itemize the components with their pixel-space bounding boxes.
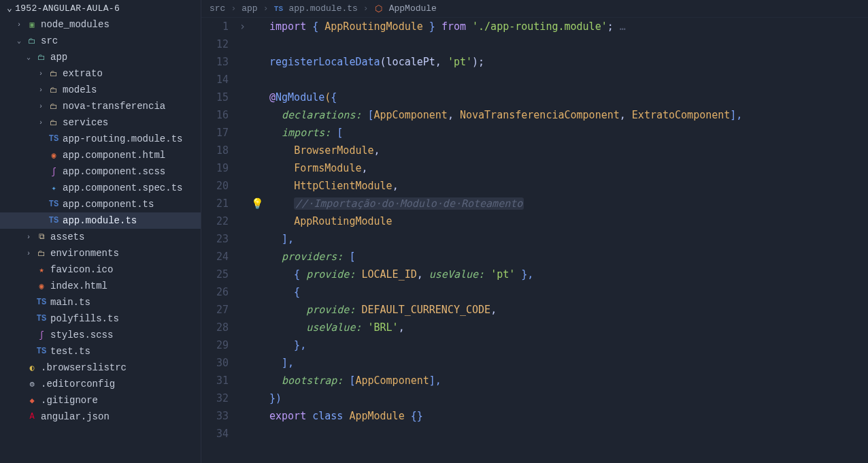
file-tree: ›▣node_modules ⌄🗀src ⌄🗀app ›🗀extrato ›🗀m… [0,16,201,463]
breadcrumb-segment[interactable]: src [210,3,225,14]
chevron-right-icon: › [231,3,236,14]
chevron-right-icon: › [37,70,45,78]
tree-file-app-component-html[interactable]: ◉app.component.html [0,147,201,163]
folder-icon: 🗀 [48,101,60,112]
line-number: 27 [201,301,229,319]
line-number: 13 [201,53,229,71]
tree-label: nova-transferencia [63,101,165,112]
tree-file-polyfills-ts[interactable]: TSpolyfills.ts [0,310,201,327]
line-number: 21 [201,195,229,212]
line-number: 14 [201,71,229,89]
tree-file-app-component-ts[interactable]: TSapp.component.ts [0,196,201,212]
tree-file-gitignore[interactable]: ◆.gitignore [0,392,201,409]
tree-folder-node-modules[interactable]: ›▣node_modules [0,16,201,33]
scss-icon: ʃ [48,167,60,177]
tree-label: extrato [63,68,103,79]
tree-label: angular.json [41,411,110,422]
tree-file-browserslistrc[interactable]: ◐.browserslistrc [0,360,201,376]
breadcrumb-segment[interactable]: app.module.ts [288,3,357,14]
ts-icon: TS [35,298,48,307]
tree-label: app [50,52,67,63]
tree-folder-src[interactable]: ⌄🗀src [0,33,201,49]
line-number: 22 [201,212,229,230]
gear-icon: ⚙ [26,379,38,389]
breadcrumb-segment[interactable]: AppModule [389,3,437,14]
tree-file-app-component-scss[interactable]: ʃapp.component.scss [0,163,201,180]
line-number: 34 [201,425,229,443]
chevron-down-icon: ⌄ [15,37,23,45]
line-number: 23 [201,230,229,248]
chevron-down-icon: ⌄ [24,53,33,61]
tree-folder-nova-transferencia[interactable]: ›🗀nova-transferencia [0,98,201,114]
tree-folder-app[interactable]: ⌄🗀app [0,49,201,65]
ts-icon: TS [35,314,48,323]
test-icon: ✦ [48,183,60,193]
line-number: 1 [201,18,229,35]
breadcrumb[interactable]: src › app › TS app.module.ts › ⬡ AppModu… [201,0,868,18]
tree-file-app-module-ts[interactable]: TSapp.module.ts [0,212,201,229]
tree-file-test-ts[interactable]: TStest.ts [0,343,201,360]
module-icon: ⬡ [374,3,384,14]
tree-label: test.ts [50,346,90,357]
line-number: 20 [201,177,229,195]
tree-folder-extrato[interactable]: ›🗀extrato [0,65,201,82]
ts-icon: TS [273,5,283,13]
folder-open-icon: 🗀 [35,52,48,63]
line-number: 31 [201,372,229,389]
folder-icon: 🗀 [35,249,48,259]
chevron-down-icon[interactable]: ⌄ [7,3,12,14]
folder-icon: ⧉ [35,232,48,242]
tree-label: .editorconfig [41,379,115,389]
tree-label: app.component.scss [63,166,165,177]
tree-folder-environments[interactable]: ›🗀environments [0,245,201,261]
fold-gutter[interactable]: › [239,18,250,463]
line-number: 16 [201,106,229,124]
project-name: 1952-ANGULAR-AULA-6 [15,3,120,14]
tree-label: index.html [50,281,107,291]
chevron-right-icon: › [24,234,33,241]
breadcrumb-segment[interactable]: app [241,3,257,14]
tree-label: node_modules [41,19,110,30]
tree-label: app.component.spec.ts [63,182,182,193]
chevron-right-icon: › [363,3,369,14]
tree-label: app.module.ts [63,215,137,226]
git-icon: ◆ [26,396,38,406]
line-number: 25 [201,266,229,283]
line-number: 12 [201,35,229,53]
tree-label: polyfills.ts [50,313,119,324]
tree-file-app-routing-module[interactable]: TSapp-routing.module.ts [0,131,201,147]
ts-icon: TS [35,347,48,356]
editor-pane: src › app › TS app.module.ts › ⬡ AppModu… [201,0,868,463]
line-number: 19 [201,159,229,177]
lightbulb-icon[interactable]: 💡 [250,195,264,212]
tree-label: src [41,35,58,46]
tree-label: main.ts [50,297,90,308]
favicon-icon: ★ [35,265,48,275]
file-explorer-sidebar: ⌄ 1952-ANGULAR-AULA-6 ›▣node_modules ⌄🗀s… [0,0,201,463]
line-gutter: 1 12 13 14 15 16 17 18 19 20 21 22 23 24… [201,18,239,463]
tree-file-angular-json[interactable]: Aangular.json [0,409,201,425]
tree-file-app-component-spec[interactable]: ✦app.component.spec.ts [0,180,201,196]
line-number: 33 [201,407,229,425]
line-number: 15 [201,89,229,106]
html-icon: ◉ [35,281,48,291]
ts-icon: TS [48,134,60,144]
line-number: 32 [201,389,229,407]
code-editor[interactable]: 1 12 13 14 15 16 17 18 19 20 21 22 23 24… [201,18,868,463]
tree-file-main-ts[interactable]: TSmain.ts [0,294,201,310]
tree-file-editorconfig[interactable]: ⚙.editorconfig [0,376,201,392]
tree-folder-assets[interactable]: ›⧉assets [0,229,201,245]
tree-label: services [63,117,108,128]
code-content[interactable]: import { AppRoutingModule } from './app-… [264,18,868,463]
tree-label: .gitignore [41,395,98,406]
explorer-header: ⌄ 1952-ANGULAR-AULA-6 [0,0,201,16]
chevron-right-icon: › [24,250,33,257]
tree-folder-services[interactable]: ›🗀services [0,114,201,131]
tree-file-favicon[interactable]: ★favicon.ico [0,261,201,278]
tree-file-styles-scss[interactable]: ʃstyles.scss [0,327,201,343]
tree-folder-models[interactable]: ›🗀models [0,82,201,98]
tree-file-index-html[interactable]: ◉index.html [0,278,201,294]
tree-label: .browserslistrc [41,362,127,373]
tree-label: app.component.ts [63,199,154,210]
browserslist-icon: ◐ [26,363,38,373]
